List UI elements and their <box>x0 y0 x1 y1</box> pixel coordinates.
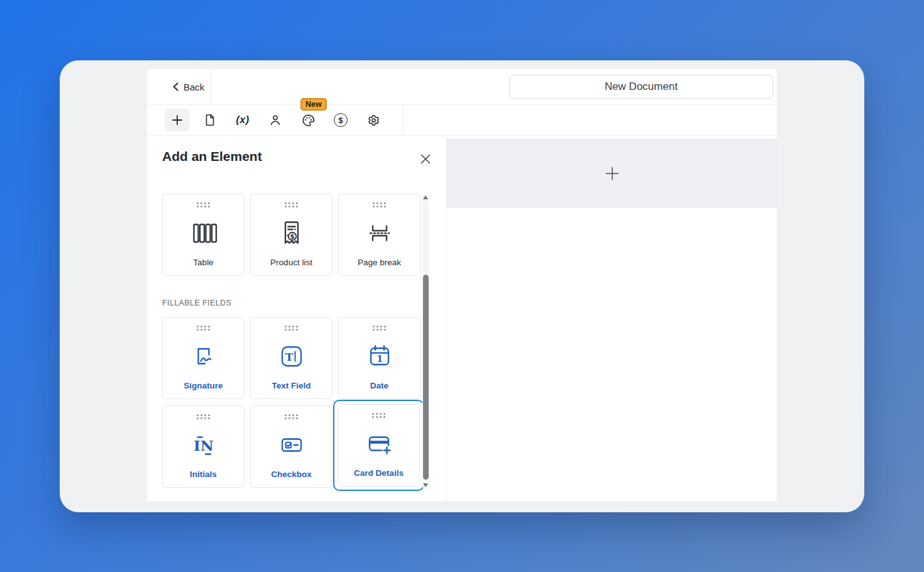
palette-icon <box>301 113 316 128</box>
text-field-icon: T <box>277 331 307 381</box>
product-list-icon: $ <box>277 208 307 258</box>
pages-button[interactable] <box>197 109 223 131</box>
dollar-circle-icon: $ <box>334 113 348 127</box>
initials-icon: IN <box>189 420 219 470</box>
design-button[interactable] <box>295 109 321 131</box>
add-content-block[interactable] <box>447 139 777 208</box>
selected-element-ring: Card Details <box>333 400 424 491</box>
panel-title: Add an Element <box>162 149 262 164</box>
element-label: Card Details <box>354 468 404 478</box>
scroll-up-arrow-icon[interactable] <box>423 195 428 199</box>
fillable-fields-section-label: FILLABLE FIELDS <box>162 299 231 307</box>
checkbox-icon <box>277 420 307 470</box>
close-panel-button[interactable] <box>417 151 434 167</box>
signature-icon <box>189 331 219 381</box>
close-icon <box>421 154 431 164</box>
drag-handle-icon[interactable] <box>196 414 211 420</box>
element-label: Initials <box>190 470 217 479</box>
element-label: Product list <box>270 258 312 267</box>
element-card-table[interactable]: Table <box>162 194 245 276</box>
card-details-icon <box>364 419 394 468</box>
plus-icon <box>171 114 184 126</box>
document-canvas <box>447 136 777 501</box>
document-title-input[interactable] <box>509 75 773 99</box>
table-icon <box>189 208 219 258</box>
element-card-card-details[interactable]: Card Details <box>338 404 420 487</box>
add-element-panel: Add an Element <box>147 136 447 501</box>
drag-handle-icon[interactable] <box>372 202 387 208</box>
element-card-text-field[interactable]: T Text Field <box>250 317 333 399</box>
element-label: Text Field <box>272 381 311 390</box>
element-card-signature[interactable]: Signature <box>162 317 245 399</box>
gear-icon <box>366 113 381 128</box>
drag-handle-icon[interactable] <box>196 202 211 208</box>
drag-handle-icon[interactable] <box>196 325 211 331</box>
new-feature-badge: New <box>300 98 327 111</box>
recipients-button[interactable] <box>263 109 288 131</box>
svg-text:T: T <box>285 350 293 363</box>
chevron-left-icon <box>172 82 179 91</box>
element-card-date[interactable]: 1 Date <box>338 317 421 399</box>
element-card-product-list[interactable]: $ Product list <box>250 194 333 276</box>
svg-text:1: 1 <box>377 354 383 364</box>
editor-toolbar: (x) <box>147 104 777 136</box>
settings-button[interactable] <box>361 109 386 131</box>
element-label: Signature <box>184 381 223 390</box>
drag-handle-icon[interactable] <box>284 202 299 208</box>
drag-handle-icon[interactable] <box>372 325 387 331</box>
svg-text:$: $ <box>290 233 295 241</box>
scrollbar-thumb[interactable] <box>423 275 429 480</box>
toolbar-buttons: (x) <box>147 105 404 135</box>
add-element-button[interactable] <box>165 109 190 131</box>
pricing-button[interactable]: $ <box>328 109 353 131</box>
element-card-initials[interactable]: IN Initials <box>162 405 245 488</box>
page-break-icon <box>365 208 395 258</box>
back-label: Back <box>184 82 204 92</box>
scroll-down-arrow-icon[interactable] <box>423 483 428 487</box>
back-button[interactable]: Back <box>147 69 211 104</box>
element-card-checkbox[interactable]: Checkbox <box>250 405 333 488</box>
element-card-page-break[interactable]: Page break <box>338 194 421 276</box>
variables-button[interactable]: (x) <box>230 109 255 131</box>
add-block-plus-icon <box>605 166 620 181</box>
main-area: Add an Element <box>147 136 777 501</box>
drag-handle-icon[interactable] <box>284 325 299 331</box>
element-label: Date <box>370 381 388 390</box>
svg-text:IN: IN <box>194 437 214 454</box>
date-icon: 1 <box>365 331 395 381</box>
drag-handle-icon[interactable] <box>371 412 387 419</box>
app-window: Back (x) <box>60 60 864 512</box>
element-label: Checkbox <box>271 470 312 479</box>
drag-handle-icon[interactable] <box>284 414 299 420</box>
person-icon <box>268 113 282 127</box>
app-content: Back (x) <box>147 69 777 501</box>
top-bar: Back <box>147 69 777 104</box>
element-label: Page break <box>358 258 401 267</box>
element-label: Table <box>193 258 213 267</box>
variables-icon: (x) <box>236 114 249 126</box>
document-icon <box>203 113 217 127</box>
panel-scrollbar[interactable] <box>422 194 429 489</box>
